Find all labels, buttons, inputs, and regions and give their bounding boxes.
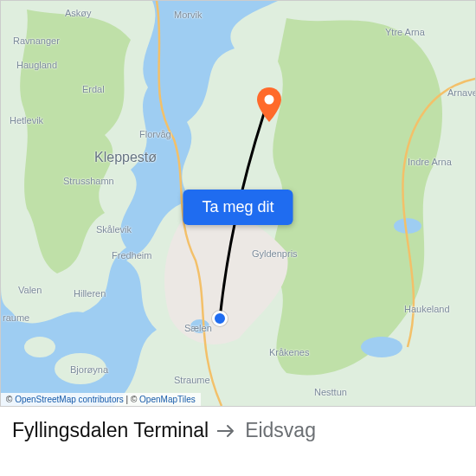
map-attribution: © OpenStreetMap contributors | © OpenMap… (1, 393, 201, 406)
osm-link[interactable]: OpenStreetMap contributors (15, 395, 124, 404)
svg-point-3 (361, 337, 402, 357)
route-to: Eidsvag (245, 419, 316, 442)
map-viewport[interactable]: Ta meg dit KleppestøAskøyMorvikYtre Arna… (0, 0, 476, 407)
svg-point-4 (394, 218, 421, 234)
attr-sep: | © (124, 395, 139, 404)
openmaptiles-link[interactable]: OpenMapTiles (139, 395, 196, 404)
route-summary: Fyllingsdalen Terminal Eidsvag (0, 407, 476, 442)
svg-point-1 (55, 353, 106, 384)
cta-label: Ta meg dit (202, 198, 273, 215)
attr-prefix: © (6, 395, 15, 404)
arrow-right-icon (217, 424, 236, 438)
route-from: Fyllingsdalen Terminal (12, 419, 209, 442)
svg-point-5 (190, 319, 209, 333)
svg-point-2 (24, 337, 55, 357)
take-me-there-button[interactable]: Ta meg dit (183, 190, 293, 225)
